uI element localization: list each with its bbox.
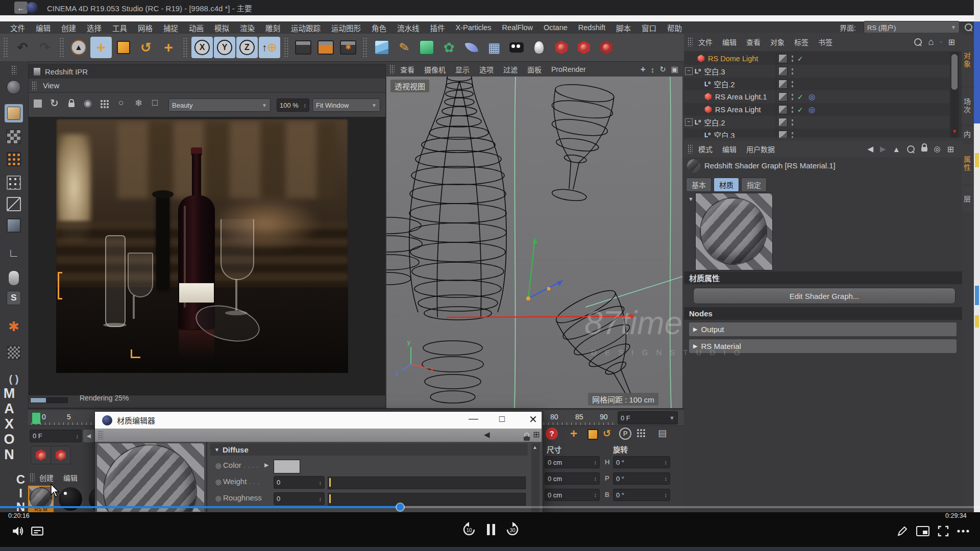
object-row[interactable]: − L⁰ 空白.3 xyxy=(684,65,949,78)
light-button[interactable] xyxy=(528,37,550,58)
menu-pipeline[interactable]: 流水线 xyxy=(397,22,420,33)
rotate-tool[interactable]: ↺ xyxy=(135,37,157,58)
menu-xparticles[interactable]: X-Particles xyxy=(456,23,492,32)
tab-content-browser[interactable]: 内容浏览器 xyxy=(962,127,974,139)
move-tool[interactable]: + xyxy=(90,37,112,58)
deformers-button[interactable] xyxy=(461,37,482,58)
material-properties-header[interactable]: 材质属性 xyxy=(684,271,962,284)
enabled-check-icon[interactable]: ✓ xyxy=(797,93,805,101)
menu-redshift[interactable]: Redshift xyxy=(578,23,605,32)
object-row[interactable]: RS Dome Light ✓ xyxy=(684,52,949,65)
refresh-icon[interactable]: ↻ xyxy=(50,97,59,109)
p-coords-icon[interactable]: P xyxy=(619,428,631,440)
layer-swatch[interactable] xyxy=(778,80,788,89)
volume-icon[interactable] xyxy=(11,524,24,538)
home-icon[interactable]: ⌂ xyxy=(928,37,934,47)
more-options-button[interactable] xyxy=(955,523,971,539)
lock-icon[interactable] xyxy=(524,436,530,441)
menu-animate[interactable]: 动画 xyxy=(189,22,204,33)
viewport-menu-view[interactable]: 查看 xyxy=(400,64,414,74)
back-button[interactable]: ← xyxy=(14,2,28,14)
skip-forward-30-button[interactable]: 30 xyxy=(503,520,522,539)
redshift-camera-button[interactable] xyxy=(596,37,617,58)
om-menu-objects[interactable]: 对象 xyxy=(770,37,785,47)
tab-takes[interactable]: 场次 xyxy=(962,88,974,124)
stop-render-icon[interactable] xyxy=(34,99,42,108)
target-tag-icon[interactable]: ◎ xyxy=(808,92,815,102)
last-tool[interactable]: + xyxy=(158,37,179,58)
redshift-light-button[interactable] xyxy=(551,37,572,58)
toolbar-handle[interactable] xyxy=(11,65,16,74)
quantize-mode-icon[interactable] xyxy=(5,343,23,362)
redshift-ipr-button[interactable] xyxy=(51,446,71,464)
toolbar-handle[interactable] xyxy=(3,37,8,58)
viewport-menu-prorender[interactable]: ProRender xyxy=(551,65,586,73)
subtitle-icon[interactable] xyxy=(31,524,44,538)
redshift-renderview-button[interactable] xyxy=(31,446,51,464)
player-progress-remaining[interactable] xyxy=(400,506,980,508)
weight-field[interactable]: 0↕ xyxy=(274,476,325,489)
menu-help[interactable]: 帮助 xyxy=(667,22,682,33)
tab-material[interactable]: 材质 xyxy=(714,178,739,192)
search-icon[interactable] xyxy=(907,145,915,153)
weight-slider[interactable] xyxy=(328,477,526,489)
target-tag-icon[interactable]: ◎ xyxy=(808,105,815,114)
collapse-box[interactable]: − xyxy=(685,67,693,75)
spline-pen-button[interactable]: ✎ xyxy=(394,37,415,58)
collapse-icon[interactable]: ▼ xyxy=(688,196,694,202)
skip-back-10-button[interactable]: 10 xyxy=(460,520,478,539)
pause-button[interactable] xyxy=(484,522,498,537)
convert-editable-icon[interactable] xyxy=(5,78,23,96)
panel-handle[interactable] xyxy=(30,473,35,482)
render-pass-dropdown[interactable]: Beauty▼ xyxy=(168,98,271,112)
history-back-icon[interactable]: ◀ xyxy=(868,144,874,154)
generators-button[interactable]: ✿ xyxy=(438,37,460,58)
material-thumbnail[interactable] xyxy=(87,486,94,512)
layout-bars-icon[interactable]: ▤ xyxy=(658,428,667,439)
panel-handle[interactable] xyxy=(688,37,693,46)
menu-snap[interactable]: 捕捉 xyxy=(163,22,178,33)
visibility-dots[interactable] xyxy=(791,55,794,63)
history-forward-icon[interactable]: ▶ xyxy=(880,144,886,154)
pan-view-icon[interactable]: + xyxy=(641,64,646,74)
option-radio-icon[interactable]: ◎ xyxy=(215,478,223,486)
enable-axis-icon[interactable]: ∟ xyxy=(5,244,23,262)
roughness-slider[interactable] xyxy=(328,493,526,506)
tab-layers[interactable]: 层 xyxy=(962,187,974,212)
om-menu-tags[interactable]: 标签 xyxy=(794,37,808,47)
solo-mode-icon[interactable]: S xyxy=(5,289,23,307)
expand-right-icon[interactable]: ▶ xyxy=(264,462,268,468)
object-label[interactable]: RS Dome Light xyxy=(708,55,758,63)
model-mode-icon[interactable] xyxy=(5,104,23,122)
diffuse-section-header[interactable]: ▼ Diffuse xyxy=(210,443,528,456)
zoom-field[interactable]: 100 %↕ xyxy=(277,98,309,112)
close-button[interactable]: ✕ xyxy=(529,413,537,425)
visibility-dots[interactable] xyxy=(791,106,794,114)
material-editor-titlebar[interactable]: 材质编辑器 — □ ✕ xyxy=(95,412,542,429)
lock-z-button[interactable]: Z xyxy=(236,37,258,58)
grid-icon[interactable] xyxy=(100,99,109,108)
material-thumbnail[interactable] xyxy=(57,486,84,512)
size-z-field[interactable]: 0 cm↕ xyxy=(545,489,600,501)
search-icon[interactable] xyxy=(965,23,972,31)
object-label[interactable]: 空白.2 xyxy=(714,79,735,89)
me-scrollbar[interactable]: ▲ xyxy=(531,443,540,512)
help-icon[interactable]: ? xyxy=(546,428,558,440)
om-menu-bookmarks[interactable]: 书签 xyxy=(818,37,832,47)
object-label[interactable]: 空白.2 xyxy=(704,117,725,128)
undo-button[interactable]: ↶ xyxy=(12,37,33,58)
collapse-timeline-button[interactable]: ◀ xyxy=(83,430,94,442)
floor-sky-button[interactable]: ▦ xyxy=(483,37,505,58)
perspective-viewport[interactable]: y x z 查看 摄像机 显示 选项 过滤 面板 ProRender + ↕ ↻… xyxy=(386,62,682,408)
menu-motion-tracker[interactable]: 运动跟踪 xyxy=(291,22,321,33)
menu-edit[interactable]: 编辑 xyxy=(36,22,51,33)
maximize-button[interactable]: □ xyxy=(499,414,505,424)
menu-script[interactable]: 脚本 xyxy=(616,22,631,33)
interface-dropdown[interactable]: RS (用户)▼ xyxy=(864,21,960,33)
node-output-row[interactable]: ▶Output xyxy=(689,322,957,336)
toggle-panel-icon[interactable]: ▣ xyxy=(671,65,678,74)
object-row[interactable]: L⁰ 空白.3 xyxy=(684,129,949,138)
current-frame-field[interactable]: 0 F↕ xyxy=(30,430,82,442)
viewport-menu-options[interactable]: 选项 xyxy=(479,64,494,74)
am-menu-userdata[interactable]: 用户数据 xyxy=(746,144,775,154)
